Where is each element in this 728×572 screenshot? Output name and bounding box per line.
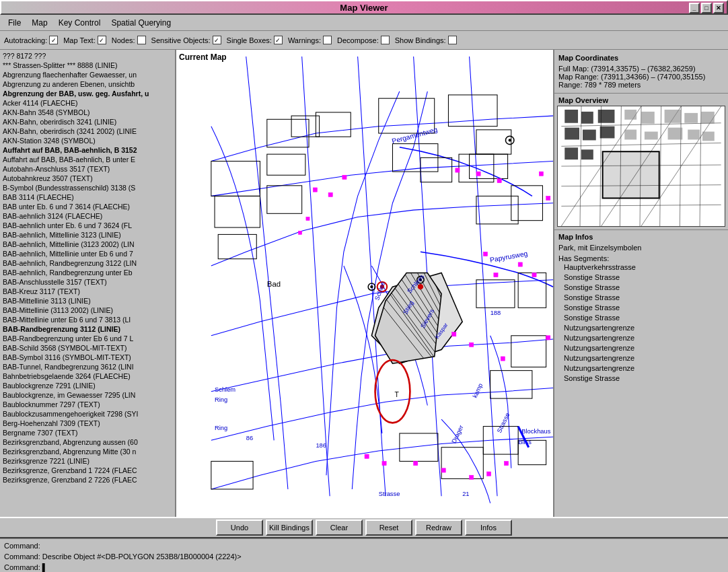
list-item[interactable]: BAB-aehnlich, Randbegrenzung unter Eb bbox=[3, 268, 172, 277]
map-area[interactable]: Current Map bbox=[176, 50, 553, 517]
singleboxes-group: Single Boxes: bbox=[227, 36, 283, 44]
list-item[interactable]: BAB-Mittellinie unter Eb 6 und 7 3813 (L… bbox=[3, 315, 172, 324]
list-item[interactable]: Acker 4114 (FLAECHE) bbox=[3, 98, 172, 108]
list-item[interactable]: Baublockgrenze, im Gewaesser 7295 (LIN bbox=[3, 390, 172, 400]
minimize-button[interactable]: _ bbox=[689, 3, 700, 13]
list-item[interactable]: BAB-Symbol 3116 (SYMBOL-MIT-TEXT) bbox=[3, 353, 172, 362]
list-item[interactable]: Bezirksgrenze, Grenzband 2 7226 (FLAEC bbox=[3, 475, 172, 485]
list-item[interactable]: *** Strassen-Splitter *** 8888 (LINIE) bbox=[3, 61, 172, 70]
list-item[interactable]: Autobahn-Anschluss 3517 (TEXT) bbox=[3, 164, 172, 174]
list-item[interactable]: Bezirksgrenzband, Abgrenzung Mitte (30 n bbox=[3, 447, 172, 456]
svg-rect-130 bbox=[565, 147, 578, 159]
svg-text:188: 188 bbox=[490, 310, 501, 316]
svg-rect-60 bbox=[328, 192, 332, 196]
list-item[interactable]: ??? 8172 ??? bbox=[3, 51, 172, 61]
list-item[interactable]: AKN-Bahn, oberirdisch (3241 2002) (LINIE bbox=[3, 127, 172, 136]
reset-button[interactable]: Reset bbox=[365, 520, 412, 536]
sensitive-checkbox[interactable] bbox=[213, 36, 221, 44]
list-item[interactable]: BAB-Schild 3568 (SYMBOL-MIT-TEXT) bbox=[3, 343, 172, 353]
svg-text:Ring: Ring bbox=[215, 425, 227, 431]
list-item[interactable]: Berg-Hoehenzahl 7309 (TEXT) bbox=[3, 419, 172, 428]
svg-rect-69 bbox=[518, 262, 522, 266]
list-item[interactable]: Bezirksgrenze 7221 (LINIE) bbox=[3, 456, 172, 466]
undo-button[interactable]: Undo bbox=[216, 520, 263, 536]
list-item[interactable]: Baublockzusammengehoerigkeit 7298 (SYI bbox=[3, 409, 172, 419]
sensitive-label: Sensitive Objects: bbox=[151, 36, 211, 44]
svg-rect-140 bbox=[668, 128, 683, 140]
kill-bindings-button[interactable]: Kill Bindings bbox=[266, 520, 313, 536]
nodes-label: Nodes: bbox=[112, 36, 135, 44]
showbindings-checkbox[interactable] bbox=[448, 36, 457, 44]
list-item[interactable]: Baublocknummer 7297 (TEXT) bbox=[3, 400, 172, 409]
list-item[interactable]: BAB-Kreuz 3117 (TEXT) bbox=[3, 287, 172, 296]
map-svg[interactable]: T bbox=[176, 50, 553, 517]
autotracking-checkbox[interactable] bbox=[49, 36, 58, 44]
segment-item: Sonstige Strasse bbox=[564, 313, 724, 323]
nodes-checkbox[interactable] bbox=[137, 36, 146, 44]
svg-rect-72 bbox=[470, 343, 474, 347]
svg-rect-129 bbox=[600, 127, 615, 139]
svg-rect-77 bbox=[470, 475, 474, 479]
list-item[interactable]: Auffahrt auf BAB, BAB-aehnlich, B unter … bbox=[3, 155, 172, 164]
svg-text:21: 21 bbox=[462, 491, 469, 497]
list-item[interactable]: Autobahnkreuz 3507 (TEXT) bbox=[3, 174, 172, 183]
maximize-button[interactable]: □ bbox=[701, 3, 712, 13]
list-item[interactable]: BAB-aehnlich, Randbegrenzung 3122 (LIN bbox=[3, 258, 172, 268]
infos-button[interactable]: Infos bbox=[465, 520, 512, 536]
close-button[interactable]: ✕ bbox=[713, 3, 724, 13]
svg-rect-134 bbox=[641, 112, 655, 124]
list-item[interactable]: BAB-Mittellinie (3113 2002) (LINIE) bbox=[3, 306, 172, 315]
list-item[interactable]: AKN-Bahn 3548 (SYMBOL) bbox=[3, 108, 172, 117]
list-item[interactable]: Bergname 7307 (TEXT) bbox=[3, 428, 172, 437]
warnings-checkbox[interactable] bbox=[323, 36, 332, 44]
svg-rect-131 bbox=[581, 149, 593, 159]
list-item[interactable]: Abgrenzung der BAB, usw. geg. Ausfahrt, … bbox=[3, 89, 172, 98]
list-item[interactable]: Abgrenzung flaechenhafter Gewaesser, un bbox=[3, 70, 172, 79]
list-item[interactable]: BAB-Randbegrenzung unter Eb 6 und 7 L bbox=[3, 334, 172, 343]
list-item[interactable]: Bezirksgrenzband, Abgrenzung aussen (60 bbox=[3, 437, 172, 447]
overview-title: Map Overview bbox=[554, 94, 728, 106]
command-line-2: Command: Describe Object #<DB-POLYGON 25… bbox=[4, 551, 724, 562]
list-item[interactable]: BAB-Tunnel, Randbegrenzung 3612 (LINI bbox=[3, 362, 172, 371]
menu-spatial-querying[interactable]: Spatial Querying bbox=[106, 17, 176, 29]
list-item[interactable]: BAB-Mittellinie 3113 (LINIE) bbox=[3, 296, 172, 306]
list-item[interactable]: Abgrenzung zu anderen Ebenen, unsichtb bbox=[3, 79, 172, 89]
list-item[interactable]: BAB-aehnlich, Mittellinie 3123 (LINIE) bbox=[3, 230, 172, 240]
svg-rect-62 bbox=[456, 168, 460, 172]
list-item[interactable]: Bezirksgrenze, Grenzband 1 7224 (FLAEC bbox=[3, 466, 172, 475]
segment-item: Hauptverkehrsstrasse bbox=[564, 262, 724, 273]
list-item[interactable]: AKN-Bahn, oberirdisch 3241 (LINIE) bbox=[3, 117, 172, 127]
warnings-label: Warnings: bbox=[288, 36, 321, 44]
list-item[interactable]: BAB 3114 (FLAECHE) bbox=[3, 192, 172, 202]
decompose-checkbox[interactable] bbox=[381, 36, 390, 44]
menu-file[interactable]: File bbox=[3, 17, 26, 29]
list-item[interactable]: BAB-Randbegrenzung 3112 (LINIE) bbox=[3, 324, 172, 334]
list-item[interactable]: Auffahrt auf BAB, BAB-aehnlich, B 3152 bbox=[3, 145, 172, 155]
list-item[interactable]: AKN-Station 3248 (SYMBOL) bbox=[3, 136, 172, 145]
list-item[interactable]: Bahnbetriebsgelaende 3264 (FLAECHE) bbox=[3, 371, 172, 381]
svg-rect-139 bbox=[645, 132, 658, 140]
command-line-3: Command: ▌ bbox=[4, 562, 724, 572]
maptext-group: Map Text: bbox=[63, 36, 106, 44]
svg-text:Schlem: Schlem bbox=[215, 386, 235, 393]
command-area: Command: Command: Describe Object #<DB-P… bbox=[0, 538, 728, 572]
redraw-button[interactable]: Redraw bbox=[415, 520, 462, 536]
list-item[interactable]: Baublockgrenze 7291 (LINIE) bbox=[3, 381, 172, 390]
list-item[interactable]: BAB unter Eb. 6 und 7 3614 (FLAECHE) bbox=[3, 202, 172, 211]
menu-map[interactable]: Map bbox=[26, 17, 52, 29]
svg-rect-128 bbox=[583, 130, 596, 141]
singleboxes-checkbox[interactable] bbox=[274, 36, 283, 44]
maptext-checkbox[interactable] bbox=[98, 36, 106, 44]
menu-key-control[interactable]: Key Control bbox=[53, 17, 106, 29]
list-item[interactable]: BAB-aehnlich 3124 (FLAECHE) bbox=[3, 211, 172, 221]
list-item[interactable]: BAB-Anschlusstelle 3157 (TEXT) bbox=[3, 277, 172, 287]
list-item[interactable]: BAB-aehnlich unter Eb. 6 und 7 3624 (FL bbox=[3, 221, 172, 230]
clear-button[interactable]: Clear bbox=[316, 520, 363, 536]
list-item[interactable]: BAB-aehnlich, Mittellinie unter Eb 6 und… bbox=[3, 249, 172, 258]
svg-rect-75 bbox=[414, 461, 418, 465]
list-item[interactable]: BAB-aehnlich, Mittellinie (3123 2002) (L… bbox=[3, 240, 172, 249]
object-list[interactable]: ??? 8172 ???*** Strassen-Splitter *** 88… bbox=[0, 50, 175, 517]
svg-rect-126 bbox=[598, 110, 615, 123]
list-item[interactable]: B-Symbol (Bundesstrassenschild) 3138 (S bbox=[3, 183, 172, 192]
singleboxes-label: Single Boxes: bbox=[227, 36, 272, 44]
